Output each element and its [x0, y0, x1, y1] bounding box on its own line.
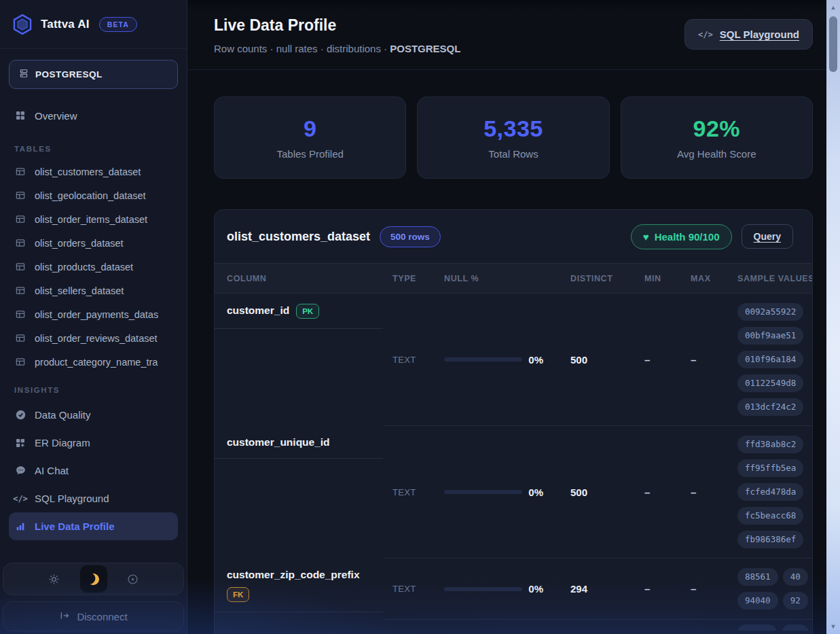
header-sample-values: SAMPLE VALUES — [737, 274, 812, 283]
table-item-label: olist_customers_dataset — [35, 166, 141, 177]
null-pct-value: 0% — [522, 487, 543, 498]
insight-item-label: SQL Playground — [35, 493, 109, 504]
sample-chip-line: fc5beacc68 — [737, 507, 812, 525]
stat-card-total-rows: 5,335 Total Rows — [417, 96, 609, 179]
insight-item-label: ER Diagram — [35, 437, 90, 448]
table-icon — [14, 166, 26, 177]
stat-card-tables-profiled: 9 Tables Profiled — [214, 96, 406, 179]
scrollbar-thumb[interactable] — [829, 16, 837, 72]
sidebar-item-table[interactable]: olist_customers_dataset — [9, 160, 178, 183]
sample-value-chip: 88561 — [737, 568, 778, 586]
row-count-badge: 500 rows — [380, 226, 441, 247]
database-icon — [19, 68, 29, 81]
header-null-pct: NULL % — [444, 274, 570, 283]
stat-value: 9 — [304, 116, 316, 142]
sidebar-item-er-diagram[interactable]: ER Diagram — [9, 429, 178, 457]
table-icon — [14, 238, 26, 248]
sample-values-cell: ffd38ab8c2ff95ffb5eafcfed478dafc5beacc68… — [737, 426, 812, 558]
sidebar-item-table[interactable]: olist_order_items_dataset — [9, 207, 178, 231]
table-item-label: olist_order_reviews_dataset — [35, 333, 158, 344]
scroll-up-arrow-icon[interactable]: ▲ — [826, 3, 840, 12]
page-title: Live Data Profile — [214, 16, 460, 35]
sidebar-nav: Overview TABLES olist_customers_dataseto… — [0, 89, 187, 563]
brand-name: Tattva AI — [41, 18, 90, 31]
max-cell: – — [691, 487, 737, 498]
sql-playground-button[interactable]: </> SQL Playground — [684, 19, 813, 50]
table-card-header: olist_customers_dataset 500 rows ♥ Healt… — [215, 210, 812, 263]
pk-badge: PK — [296, 304, 319, 319]
max-cell: – — [691, 354, 737, 366]
main-area: Live Data Profile Row counts · null rate… — [187, 0, 840, 634]
sample-chip-line: 0092a55922 — [737, 303, 812, 321]
table-column-headers: COLUMN TYPE NULL % DISTINCT MIN MAX SAMP… — [215, 263, 812, 294]
connection-label: POSTGRESQL — [35, 69, 103, 80]
sample-value-chip: fb986386ef — [737, 531, 803, 548]
sidebar-item-table[interactable]: olist_orders_dataset — [9, 231, 178, 255]
code-icon: </> — [698, 30, 713, 39]
row-data-cells: TEXT0%500––0092a5592200bf9aae51010f96a18… — [383, 294, 812, 426]
sample-value-chip: ffd38ab8c2 — [737, 436, 803, 453]
column-name: customer_unique_id — [227, 436, 330, 448]
sidebar-item-sql-playground[interactable]: </>SQL Playground — [9, 485, 178, 512]
sidebar-item-data-quality[interactable]: Data Quality — [9, 401, 178, 429]
table-item-label: olist_orders_dataset — [35, 238, 124, 249]
disconnect-button[interactable]: Disconnect — [3, 601, 184, 631]
column-name: customer_id — [227, 304, 289, 316]
table-row: customer_zip_code_prefixFKTEXT0%294––885… — [215, 559, 812, 620]
table-item-label: olist_products_dataset — [35, 262, 133, 272]
brand-row: Tattva AI BETA — [0, 0, 187, 49]
insight-item-label: AI Chat — [35, 465, 69, 476]
sidebar-item-table[interactable]: olist_order_payments_datas — [9, 302, 178, 326]
table-icon — [14, 333, 26, 343]
sidebar-item-table[interactable]: olist_geolocation_dataset — [9, 183, 178, 207]
min-cell: – — [644, 354, 691, 366]
sidebar: Tattva AI BETA POSTGRESQL Overv — [0, 0, 187, 634]
column-name-block: customer_unique_id — [215, 426, 383, 459]
stat-label: Total Rows — [488, 148, 538, 160]
table-item-label: olist_order_payments_datas — [35, 309, 158, 320]
sidebar-item-overview[interactable]: Overview — [9, 104, 178, 127]
insights-list: Data QualityER DiagramAI Chat</>SQL Play… — [9, 401, 178, 540]
sidebar-item-ai-chat[interactable]: AI Chat — [9, 457, 178, 485]
table-body: customer_idPKTEXT0%500––0092a5592200bf9a… — [215, 294, 812, 631]
query-button[interactable]: Query — [742, 224, 793, 249]
sample-chip-line: 01122549d8 — [737, 374, 812, 392]
vertical-scrollbar[interactable]: ▲ ▼ — [826, 0, 840, 634]
sidebar-item-table[interactable]: product_category_name_tra — [9, 350, 178, 374]
column-name-cell: customer_idPK — [215, 294, 383, 426]
code-icon: </> — [14, 494, 26, 504]
sample-chip-line: 8856140 — [737, 568, 812, 586]
null-rate-cell: 0% — [444, 583, 570, 595]
table-item-label: olist_sellers_dataset — [35, 285, 124, 296]
stat-value: 5,335 — [483, 116, 543, 142]
header-max: MAX — [691, 274, 737, 283]
sidebar-item-table[interactable]: olist_order_reviews_dataset — [9, 326, 178, 350]
system-icon[interactable] — [120, 565, 147, 593]
header-type: TYPE — [392, 274, 444, 283]
disconnect-label: Disconnect — [77, 611, 127, 622]
column-name-cell — [215, 620, 383, 631]
sun-icon[interactable] — [41, 565, 68, 593]
row-data-cells — [383, 620, 812, 631]
sample-value-chip: 92 — [783, 592, 808, 610]
sidebar-item-table[interactable]: olist_sellers_dataset — [9, 279, 178, 302]
type-cell: TEXT — [392, 487, 444, 497]
moon-icon[interactable] — [80, 565, 107, 593]
min-cell: – — [644, 583, 691, 595]
table-name: olist_customers_dataset — [227, 230, 370, 244]
sidebar-item-table[interactable]: olist_products_dataset — [9, 255, 178, 279]
sample-value-chip: 01122549d8 — [737, 374, 803, 392]
logout-icon — [59, 610, 70, 623]
table-profile-card: olist_customers_dataset 500 rows ♥ Healt… — [214, 209, 813, 634]
sample-chip-line: fb986386ef — [737, 531, 812, 548]
table-icon — [14, 309, 26, 319]
fk-badge-line: FK — [227, 581, 383, 602]
scroll-down-arrow-icon[interactable]: ▼ — [826, 622, 840, 631]
distinct-cell: 500 — [570, 354, 644, 366]
check-badge-icon — [14, 409, 26, 421]
distinct-cell: 294 — [570, 583, 644, 595]
connection-button[interactable]: POSTGRESQL — [9, 60, 178, 89]
sidebar-item-live-data-profile[interactable]: Live Data Profile — [9, 512, 178, 540]
heart-icon: ♥ — [643, 231, 649, 243]
theme-toggle — [3, 563, 184, 595]
